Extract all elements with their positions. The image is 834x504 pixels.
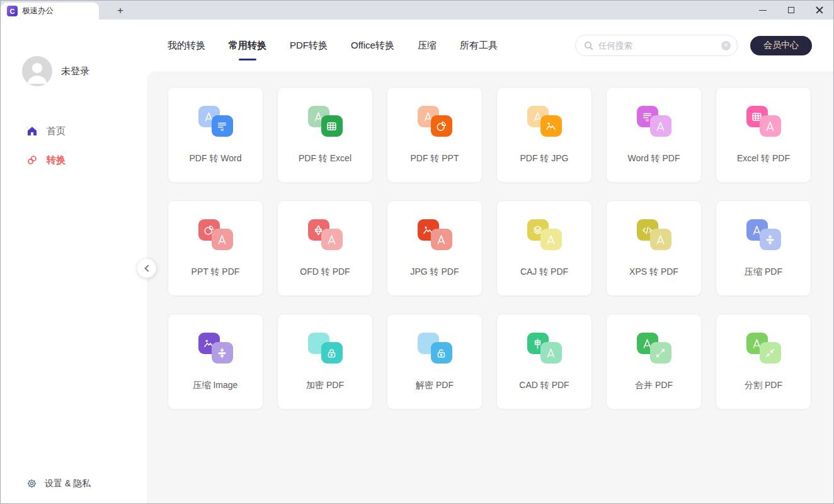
tool-icon (527, 106, 562, 137)
app-tab[interactable]: C 极速办公 (1, 3, 99, 20)
tool-label: Excel 转 PDF (737, 153, 790, 164)
tool-card[interactable]: w Word 转 PDF (606, 87, 702, 183)
tool-icon (527, 219, 562, 250)
tool-icon: w (198, 106, 233, 137)
new-tab-button[interactable]: + (113, 3, 128, 18)
sidebar-nav: 首页转换 (1, 117, 147, 175)
tool-card[interactable]: 分割 PDF (716, 314, 811, 410)
tool-label: XPS 转 PDF (629, 266, 678, 278)
tool-card[interactable]: 合并 PDF (606, 314, 702, 410)
minimize-icon (759, 10, 767, 11)
gear-icon (26, 478, 38, 490)
avatar (22, 56, 52, 86)
tool-card[interactable]: JPG 转 PDF (387, 200, 483, 296)
pdf-a-icon (212, 229, 233, 250)
sidebar-item-label: 转换 (47, 154, 66, 166)
tab-3[interactable]: Office转换 (351, 36, 394, 55)
pdf-a-icon (431, 229, 452, 250)
tool-label: PPT 转 PDF (191, 266, 240, 278)
clear-search-icon[interactable]: ✕ (721, 41, 731, 50)
tool-label: CAD 转 PDF (519, 380, 569, 391)
svg-text:w: w (220, 127, 224, 132)
tool-card[interactable]: OFD 转 PDF (277, 200, 373, 296)
tab-5[interactable]: 所有工具 (460, 36, 498, 55)
tool-label: CAJ 转 PDF (520, 266, 568, 278)
login-status-label: 未登录 (61, 66, 89, 77)
maximize-icon (788, 7, 794, 13)
tool-card[interactable]: PDF 转 PPT (387, 87, 483, 183)
tab-1[interactable]: 常用转换 (229, 36, 266, 55)
tool-card[interactable]: PDF 转 JPG (496, 87, 592, 183)
tool-icon (308, 333, 343, 364)
svg-text:w: w (645, 118, 649, 122)
tool-card[interactable]: CAJ 转 PDF (496, 200, 592, 296)
close-icon (816, 6, 823, 14)
pdf-a-icon (650, 229, 671, 250)
sidebar-collapse-button[interactable] (137, 259, 156, 278)
tool-icon (637, 333, 671, 364)
tool-label: OFD 转 PDF (300, 266, 350, 278)
sidebar-item-home[interactable]: 首页 (1, 117, 147, 146)
topbar: 我的转换常用转换PDF转换Office转换压缩所有工具 ✕ 会员中心 (147, 20, 833, 71)
pdf-a-icon (760, 115, 781, 137)
tool-card[interactable]: CAD 转 PDF (496, 314, 592, 410)
content: w PDF 转 Word PDF 转 Excel PDF 转 PPT (147, 71, 833, 503)
tool-label: Word 转 PDF (628, 153, 680, 164)
tool-card[interactable]: 压缩 PDF (716, 200, 811, 296)
tool-icon (527, 333, 562, 364)
profile[interactable]: 未登录 (1, 20, 147, 86)
minimize-button[interactable] (748, 1, 777, 20)
split-icon (760, 342, 781, 364)
chevron-left-icon (144, 265, 151, 272)
settings-label: 设置 & 隐私 (45, 478, 91, 490)
tab-0[interactable]: 我的转换 (168, 36, 205, 55)
tool-icon (198, 219, 233, 250)
sidebar-item-label: 首页 (47, 125, 66, 137)
tools-grid: w PDF 转 Word PDF 转 Excel PDF 转 PPT (168, 87, 833, 410)
tool-card[interactable]: PPT 转 PDF (168, 200, 263, 296)
tool-icon: w (637, 106, 671, 137)
pdf-a-icon (321, 229, 343, 250)
tool-label: PDF 转 PPT (410, 153, 459, 164)
tool-card[interactable]: XPS 转 PDF (606, 200, 702, 296)
maximize-button[interactable] (777, 1, 805, 20)
tool-icon (418, 333, 452, 364)
pdf-a-icon (540, 342, 562, 364)
close-button[interactable] (805, 1, 833, 20)
tool-card[interactable]: 加密 PDF (277, 314, 373, 410)
app-logo-icon: C (7, 6, 18, 16)
tool-label: 分割 PDF (745, 380, 782, 391)
tool-icon (637, 219, 671, 250)
tool-card[interactable]: 解密 PDF (387, 314, 483, 410)
main-area: 我的转换常用转换PDF转换Office转换压缩所有工具 ✕ 会员中心 w (147, 20, 833, 503)
compress-icon (760, 229, 781, 250)
tool-label: 压缩 PDF (745, 266, 782, 278)
tab-4[interactable]: 压缩 (418, 36, 437, 55)
member-center-button[interactable]: 会员中心 (750, 36, 812, 55)
settings-button[interactable]: 设置 & 隐私 (26, 478, 91, 490)
tool-card[interactable]: PDF 转 Excel (277, 87, 373, 183)
tab-2[interactable]: PDF转换 (290, 36, 328, 55)
lock-icon (321, 342, 343, 364)
tool-icon (418, 106, 452, 137)
pdf-a-icon (540, 229, 562, 250)
app-window: C 极速办公 + 未登录 首页转换 (0, 0, 834, 504)
tool-label: 解密 PDF (416, 380, 454, 391)
sidebar-item-convert[interactable]: 转换 (1, 146, 147, 175)
tool-card[interactable]: w PDF 转 Word (168, 87, 263, 183)
merge-icon (650, 342, 671, 364)
search-input[interactable] (598, 41, 716, 50)
tool-label: PDF 转 JPG (520, 153, 568, 164)
link-icon (26, 154, 38, 166)
tool-icon (418, 219, 452, 250)
tool-icon (198, 333, 233, 364)
search-box[interactable]: ✕ (575, 35, 738, 56)
tool-card[interactable]: Excel 转 PDF (716, 87, 811, 183)
unlock-icon (431, 342, 452, 364)
titlebar: C 极速办公 + (1, 1, 833, 20)
app-tab-title: 极速办公 (22, 6, 54, 16)
excel-icon (321, 115, 343, 137)
tool-card[interactable]: 压缩 Image (168, 314, 263, 410)
image-icon (540, 115, 562, 137)
tool-icon (746, 219, 781, 250)
